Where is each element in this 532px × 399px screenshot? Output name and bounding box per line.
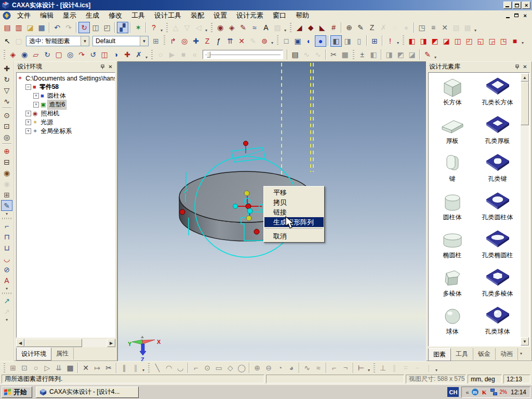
dim-vertical-button[interactable]: ⊔: [1, 242, 12, 253]
minimize-button[interactable]: [503, 2, 512, 9]
shaded-half-button[interactable]: ◐: [303, 35, 315, 47]
tree-horizontal-scrollbar[interactable]: ◀ ▶: [16, 339, 115, 347]
expand-icon[interactable]: +: [25, 128, 31, 134]
tab-图素[interactable]: 图素: [428, 348, 451, 361]
menu-item[interactable]: 帮助: [291, 10, 314, 21]
fly-path-button[interactable]: ∿: [1, 96, 12, 107]
sk-chamfer-button[interactable]: ⌐: [328, 362, 340, 374]
open-file-button[interactable]: ◪: [24, 22, 36, 33]
toolbar-grip[interactable]: [290, 23, 291, 32]
design-tree-view-button[interactable]: ▞: [117, 22, 128, 33]
drag-copy-button[interactable]: ◫: [90, 22, 101, 33]
tree-item-label[interactable]: 照相机: [40, 109, 61, 118]
hidden-line-view-button[interactable]: ▣: [292, 35, 303, 47]
toolbar-overflow-icon[interactable]: ▾: [5, 286, 8, 291]
library-item[interactable]: 键: [430, 151, 475, 190]
sk-fillet-button[interactable]: ¬: [340, 362, 351, 374]
toolbar-grip[interactable]: [166, 23, 168, 32]
insert-link-button[interactable]: ⊞: [150, 35, 162, 47]
view-front-button[interactable]: ◨: [418, 35, 429, 47]
sk-circle-center-button[interactable]: ⊕: [251, 362, 263, 374]
surface-mesh-button[interactable]: ✶: [132, 22, 144, 33]
shaded-render-button[interactable]: ●: [315, 35, 326, 47]
handle-point-yellow[interactable]: [244, 191, 249, 196]
handle-point-red[interactable]: [180, 209, 185, 215]
view-left-button[interactable]: ◪: [441, 35, 452, 47]
reposition-button[interactable]: ↱: [167, 35, 179, 47]
library-item[interactable]: 孔类椭圆柱: [475, 228, 520, 266]
scroll-right-icon[interactable]: ▶: [107, 339, 115, 347]
tree-item[interactable]: +◉照相机: [18, 109, 115, 118]
tree-item-label[interactable]: 光源: [39, 118, 54, 127]
red-wedge-3-button[interactable]: ◣: [316, 22, 328, 33]
material-roll-button[interactable]: ⊚: [259, 35, 270, 47]
tabs-overflow-icon[interactable]: ▾: [518, 348, 524, 359]
view-top-button[interactable]: ◰: [463, 35, 475, 47]
view-monitor-button[interactable]: ⊟: [1, 156, 12, 167]
zoom-window-button[interactable]: ⊡: [1, 121, 12, 131]
option-cube-1-button[interactable]: ◧: [368, 49, 379, 60]
film-edit-button[interactable]: ▦: [339, 49, 351, 60]
library-vertical-scrollbar[interactable]: ▲ ▼: [521, 73, 529, 345]
scroll-down-icon[interactable]: ▼: [521, 337, 529, 345]
library-item[interactable]: 长方体: [430, 75, 475, 113]
sk-ellipse-1-button[interactable]: ⊖: [263, 362, 274, 374]
sk-dimension-button[interactable]: ⊢: [355, 362, 367, 374]
expand-icon[interactable]: +: [33, 93, 39, 99]
show-ghost-button[interactable]: ◨: [342, 35, 353, 47]
library-item[interactable]: 球体: [430, 304, 475, 342]
toolbar-overflow-icon[interactable]: ▾: [434, 363, 439, 373]
expand-icon[interactable]: +: [25, 111, 31, 116]
view-right-button[interactable]: ◫: [452, 35, 463, 47]
handle-point-red[interactable]: [254, 229, 259, 234]
rotate-mode-button[interactable]: ↻: [78, 22, 90, 33]
toolbar-overflow-icon[interactable]: ▾: [141, 363, 146, 373]
toolbar-grip[interactable]: [403, 35, 404, 45]
scrollbar-thumb[interactable]: [24, 339, 82, 347]
tab-钣金[interactable]: 钣金: [473, 348, 496, 360]
sk-diamond-button[interactable]: ◇: [224, 362, 236, 374]
toolbar-grip[interactable]: [4, 363, 5, 373]
menu-item[interactable]: 生成: [81, 10, 104, 21]
toolbar-overflow-icon[interactable]: ▾: [283, 23, 288, 33]
menu-item[interactable]: 工具: [127, 10, 150, 21]
toolbar-overflow-icon[interactable]: ▾: [521, 35, 525, 47]
sketch-pen-button[interactable]: ✎: [237, 22, 249, 33]
expand-icon[interactable]: +: [25, 119, 31, 125]
feat-shell-button[interactable]: ▢: [53, 49, 64, 60]
handle-point-yellow[interactable]: [246, 216, 251, 221]
toolbar-overflow-icon[interactable]: ▾: [367, 363, 371, 373]
menu-item[interactable]: 装配: [186, 10, 209, 21]
render-alert-button[interactable]: !: [384, 35, 396, 47]
mdi-minimize-button[interactable]: [504, 12, 512, 19]
library-item[interactable]: 孔类长方体: [475, 75, 520, 113]
context-menu-item[interactable]: 平移: [264, 188, 324, 197]
render-brush-button[interactable]: ✎: [1, 200, 12, 211]
feat-twist-button[interactable]: ↺: [87, 49, 99, 60]
z-translate-button[interactable]: Z: [202, 35, 213, 47]
dim-horizontal-button[interactable]: ⊓: [1, 231, 12, 242]
camera-multi-button[interactable]: ⊞: [1, 189, 12, 200]
close-button[interactable]: ×: [522, 2, 530, 9]
restore-button[interactable]: [513, 2, 521, 9]
sk-spline-1-button[interactable]: ∿: [301, 362, 313, 374]
toolbar-grip[interactable]: [2, 292, 11, 294]
toolbar-overflow-icon[interactable]: ▾: [473, 23, 478, 33]
library-item[interactable]: 孔类圆柱体: [475, 190, 520, 228]
tab-工具[interactable]: 工具: [451, 348, 473, 360]
feat-slice-button[interactable]: ◫: [99, 49, 110, 60]
handle-point-cyan[interactable]: [233, 204, 238, 209]
sk-two-view-button[interactable]: ⊞: [7, 362, 19, 374]
toolbar-grip[interactable]: [151, 50, 153, 59]
tray-network-icon[interactable]: [490, 389, 497, 395]
sk-hatch-button[interactable]: ▦: [64, 362, 76, 374]
feat-bend-button[interactable]: ↷: [76, 49, 87, 60]
pattern-tool-button[interactable]: ◈: [226, 22, 237, 33]
animation-slider[interactable]: [203, 50, 283, 59]
sk-project-button[interactable]: ⇊: [53, 362, 64, 374]
library-item[interactable]: 厚板: [430, 113, 475, 152]
feat-extrude-button[interactable]: ◈: [7, 49, 19, 60]
library-item[interactable]: 孔类多棱体: [475, 266, 520, 304]
option-cube-2-button[interactable]: ◨: [383, 49, 395, 60]
toolbar-overflow-icon[interactable]: ▾: [159, 23, 164, 33]
